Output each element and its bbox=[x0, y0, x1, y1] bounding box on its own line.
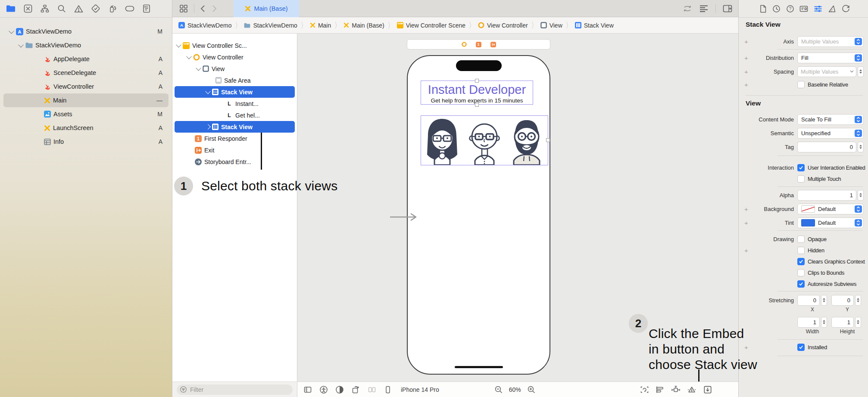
stretching-x-stepper[interactable] bbox=[821, 295, 827, 306]
stretching-y-field[interactable]: 0 bbox=[831, 295, 854, 306]
tag-stepper[interactable] bbox=[858, 142, 864, 152]
breadcrumb-view[interactable]: View bbox=[540, 22, 562, 29]
add-variation-icon[interactable]: + bbox=[744, 81, 748, 88]
code-review-icon[interactable] bbox=[683, 5, 692, 12]
appearance-icon[interactable] bbox=[335, 385, 344, 394]
outline-row-exit[interactable]: Exit bbox=[175, 144, 295, 156]
background-dropdown[interactable]: Default bbox=[797, 204, 864, 214]
outline-row-stack-view-horizontal[interactable]: Stack View bbox=[175, 121, 295, 133]
breakpoints-icon[interactable] bbox=[125, 5, 134, 12]
accessibility-icon[interactable] bbox=[319, 385, 328, 394]
spacing-stepper[interactable] bbox=[858, 66, 864, 77]
tree-row-group[interactable]: StackViewDemo bbox=[3, 38, 169, 52]
update-frames-icon[interactable] bbox=[640, 385, 649, 394]
outline-row-safe-area[interactable]: Safe Area bbox=[175, 74, 295, 86]
outline-row-label-instant[interactable]: L Instant... bbox=[175, 98, 295, 109]
distribution-dropdown[interactable]: Fill bbox=[797, 53, 864, 63]
selection-handle[interactable] bbox=[475, 103, 479, 107]
stretching-y-stepper[interactable] bbox=[855, 295, 861, 306]
disclosure-icon[interactable] bbox=[196, 65, 201, 71]
exit-icon[interactable] bbox=[490, 42, 496, 47]
outline-row-storyboard-entry[interactable]: Storyboard Entr... bbox=[175, 156, 295, 167]
issues-icon[interactable] bbox=[74, 5, 83, 13]
alpha-stepper[interactable] bbox=[858, 190, 864, 201]
debug-icon[interactable] bbox=[108, 4, 117, 13]
tab-overview-icon[interactable] bbox=[179, 4, 188, 13]
device-icon[interactable] bbox=[384, 385, 392, 394]
avatar-bald-man-glasses[interactable] bbox=[463, 117, 506, 165]
breadcrumb-view-controller[interactable]: View Controller bbox=[478, 22, 528, 29]
history-inspector-icon[interactable] bbox=[772, 5, 781, 13]
tests-icon[interactable] bbox=[91, 4, 100, 13]
orientation-icon[interactable] bbox=[351, 385, 360, 394]
outline-row-view[interactable]: View bbox=[175, 63, 295, 74]
tree-row-file[interactable]: AppDelegate A bbox=[3, 52, 169, 66]
tree-row-file[interactable]: ViewController A bbox=[3, 80, 169, 93]
breadcrumb-scene[interactable]: View Controller Scene bbox=[397, 22, 465, 29]
tree-row-file-selected[interactable]: Main — bbox=[3, 93, 169, 107]
tree-row-file[interactable]: Assets M bbox=[3, 107, 169, 121]
reports-icon[interactable] bbox=[143, 4, 150, 13]
zoom-level[interactable]: 60% bbox=[509, 386, 521, 393]
breadcrumb-project[interactable]: A StackViewDemo bbox=[178, 22, 231, 29]
content-mode-dropdown[interactable]: Scale To Fill bbox=[797, 114, 864, 125]
add-variation-icon[interactable]: + bbox=[744, 247, 748, 254]
connections-inspector-icon[interactable] bbox=[842, 5, 850, 13]
stretching-height-field[interactable]: 1 bbox=[831, 317, 854, 328]
breadcrumb-storyboard-base[interactable]: Main (Base) bbox=[343, 22, 384, 29]
add-constraints-icon[interactable] bbox=[671, 385, 681, 394]
add-editor-icon[interactable] bbox=[723, 5, 732, 12]
selection-handle[interactable] bbox=[475, 79, 479, 83]
embed-in-icon[interactable] bbox=[703, 385, 712, 394]
tree-row-file[interactable]: LaunchScreen A bbox=[3, 121, 169, 135]
attributes-inspector-icon[interactable] bbox=[814, 5, 822, 13]
stretching-x-field[interactable]: 0 bbox=[797, 295, 820, 306]
multiple-touch-checkbox[interactable] bbox=[797, 175, 805, 183]
toggle-outline-icon[interactable] bbox=[303, 385, 312, 394]
tree-row-file[interactable]: SceneDelegate A bbox=[3, 66, 169, 80]
scene-header-bar[interactable]: 1 bbox=[407, 39, 550, 50]
avatar-bearded-man-hoodie[interactable] bbox=[506, 117, 548, 165]
tint-dropdown[interactable]: Default bbox=[797, 217, 864, 228]
help-inspector-icon[interactable]: ? bbox=[786, 5, 794, 13]
view-controller-icon[interactable] bbox=[462, 42, 467, 47]
tab-main-base[interactable]: Main (Base) bbox=[234, 0, 299, 17]
semantic-dropdown[interactable]: Unspecified bbox=[797, 128, 864, 139]
device-name[interactable]: iPhone 14 Pro bbox=[401, 386, 439, 393]
disclosure-icon[interactable] bbox=[205, 124, 211, 130]
installed-checkbox[interactable] bbox=[797, 344, 805, 351]
baseline-relative-checkbox[interactable] bbox=[797, 81, 805, 88]
opaque-checkbox[interactable] bbox=[797, 236, 805, 243]
disclosure-icon[interactable] bbox=[18, 42, 24, 47]
stretching-height-stepper[interactable] bbox=[855, 317, 861, 328]
outline-row-first-responder[interactable]: 1 First Responder bbox=[175, 133, 295, 144]
stretching-width-stepper[interactable] bbox=[821, 317, 827, 328]
identity-inspector-icon[interactable] bbox=[799, 5, 808, 13]
outline-row-stack-view-vertical[interactable]: Stack View bbox=[175, 86, 295, 98]
disclosure-icon[interactable] bbox=[9, 28, 14, 34]
forward-button[interactable] bbox=[212, 5, 217, 12]
first-responder-icon[interactable]: 1 bbox=[476, 42, 481, 47]
split-view-icon[interactable] bbox=[368, 385, 376, 394]
tree-row-project[interactable]: A StackViewDemo M bbox=[3, 25, 169, 38]
disclosure-icon[interactable] bbox=[186, 54, 192, 59]
stretching-width-field[interactable]: 1 bbox=[797, 317, 820, 328]
tag-field[interactable]: 0 bbox=[797, 142, 856, 152]
zoom-in-icon[interactable] bbox=[527, 385, 536, 394]
breadcrumb-storyboard[interactable]: Main bbox=[310, 22, 331, 29]
breadcrumb-stack-view[interactable]: Stack View bbox=[575, 22, 614, 29]
file-inspector-icon[interactable] bbox=[759, 5, 767, 13]
disclosure-icon[interactable] bbox=[176, 42, 181, 48]
user-interaction-checkbox[interactable] bbox=[797, 164, 805, 171]
avatar-woman-glasses[interactable] bbox=[421, 117, 463, 165]
outline-row-scene[interactable]: View Controller Sc... bbox=[175, 40, 295, 51]
find-icon[interactable] bbox=[57, 4, 66, 13]
back-button[interactable] bbox=[200, 5, 205, 12]
filter-input[interactable] bbox=[189, 386, 289, 394]
clears-graphics-checkbox[interactable] bbox=[797, 258, 805, 265]
hidden-checkbox[interactable] bbox=[797, 247, 805, 254]
hero-title-label[interactable]: Instant Developer bbox=[421, 82, 533, 97]
adjust-editor-icon[interactable] bbox=[699, 5, 709, 12]
project-navigator-icon[interactable] bbox=[6, 5, 16, 12]
outline-row-view-controller[interactable]: View Controller bbox=[175, 51, 295, 63]
